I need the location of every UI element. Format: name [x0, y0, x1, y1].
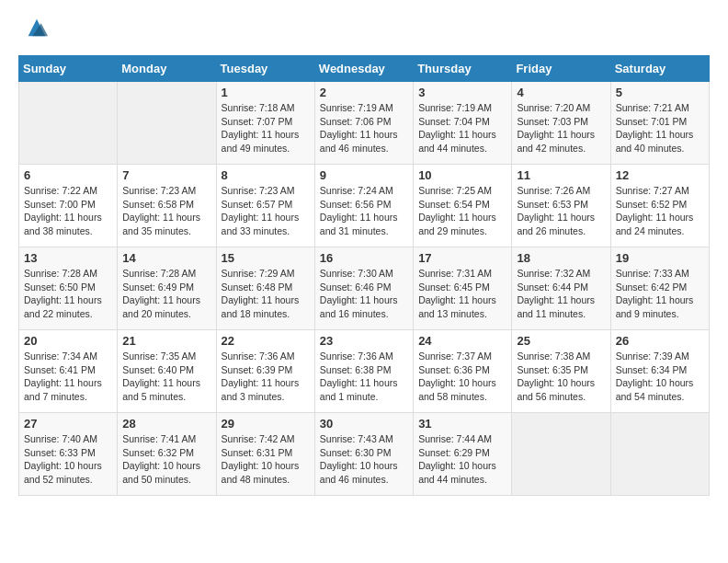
day-info: Sunrise: 7:19 AM Sunset: 7:06 PM Dayligh…: [320, 101, 408, 155]
day-number: 27: [24, 417, 112, 431]
header-cell-tuesday: Tuesday: [216, 56, 314, 82]
day-number: 11: [517, 168, 605, 182]
day-info: Sunrise: 7:44 AM Sunset: 6:29 PM Dayligh…: [418, 432, 506, 487]
day-number: 6: [24, 168, 112, 182]
day-number: 2: [320, 86, 408, 99]
day-number: 19: [616, 251, 704, 265]
day-number: 3: [418, 86, 506, 99]
day-number: 26: [616, 334, 704, 348]
day-number: 13: [24, 251, 112, 265]
logo: [18, 18, 50, 40]
day-info: Sunrise: 7:29 AM Sunset: 6:48 PM Dayligh…: [222, 267, 310, 321]
day-cell: [19, 82, 118, 165]
day-cell: 19Sunrise: 7:33 AM Sunset: 6:42 PM Dayli…: [610, 247, 709, 330]
day-info: Sunrise: 7:40 AM Sunset: 6:33 PM Dayligh…: [24, 432, 112, 487]
day-cell: 24Sunrise: 7:37 AM Sunset: 6:36 PM Dayli…: [414, 330, 512, 413]
day-cell: 7Sunrise: 7:23 AM Sunset: 6:58 PM Daylig…: [118, 165, 216, 247]
header-cell-monday: Monday: [118, 56, 216, 82]
day-number: 20: [24, 334, 112, 348]
day-info: Sunrise: 7:22 AM Sunset: 7:00 PM Dayligh…: [24, 184, 112, 238]
week-row-3: 13Sunrise: 7:28 AM Sunset: 6:50 PM Dayli…: [19, 247, 710, 330]
day-cell: 13Sunrise: 7:28 AM Sunset: 6:50 PM Dayli…: [19, 247, 118, 330]
day-cell: [512, 413, 610, 496]
day-cell: 28Sunrise: 7:41 AM Sunset: 6:32 PM Dayli…: [118, 413, 216, 496]
day-cell: 22Sunrise: 7:36 AM Sunset: 6:39 PM Dayli…: [216, 330, 314, 413]
day-info: Sunrise: 7:39 AM Sunset: 6:34 PM Dayligh…: [616, 350, 704, 404]
day-cell: 4Sunrise: 7:20 AM Sunset: 7:03 PM Daylig…: [512, 82, 610, 165]
day-cell: 12Sunrise: 7:27 AM Sunset: 6:52 PM Dayli…: [610, 165, 709, 247]
header-row: SundayMondayTuesdayWednesdayThursdayFrid…: [19, 56, 710, 82]
day-number: 4: [517, 86, 605, 99]
day-info: Sunrise: 7:21 AM Sunset: 7:01 PM Dayligh…: [616, 101, 704, 155]
header-cell-saturday: Saturday: [610, 56, 709, 82]
day-cell: 16Sunrise: 7:30 AM Sunset: 6:46 PM Dayli…: [314, 247, 413, 330]
day-cell: [118, 82, 216, 165]
day-number: 14: [122, 251, 210, 265]
header-cell-wednesday: Wednesday: [314, 56, 413, 82]
day-cell: 23Sunrise: 7:36 AM Sunset: 6:38 PM Dayli…: [314, 330, 413, 413]
day-number: 23: [320, 334, 408, 348]
day-cell: 15Sunrise: 7:29 AM Sunset: 6:48 PM Dayli…: [216, 247, 314, 330]
day-info: Sunrise: 7:42 AM Sunset: 6:31 PM Dayligh…: [222, 432, 310, 487]
day-info: Sunrise: 7:43 AM Sunset: 6:30 PM Dayligh…: [320, 432, 408, 487]
day-info: Sunrise: 7:28 AM Sunset: 6:49 PM Dayligh…: [122, 267, 210, 321]
day-number: 1: [222, 86, 310, 99]
day-info: Sunrise: 7:18 AM Sunset: 7:07 PM Dayligh…: [222, 101, 310, 155]
day-info: Sunrise: 7:20 AM Sunset: 7:03 PM Dayligh…: [517, 101, 605, 155]
day-cell: 21Sunrise: 7:35 AM Sunset: 6:40 PM Dayli…: [118, 330, 216, 413]
day-number: 8: [222, 168, 310, 182]
day-cell: 11Sunrise: 7:26 AM Sunset: 6:53 PM Dayli…: [512, 165, 610, 247]
day-cell: 26Sunrise: 7:39 AM Sunset: 6:34 PM Dayli…: [610, 330, 709, 413]
day-number: 5: [616, 86, 704, 99]
day-info: Sunrise: 7:36 AM Sunset: 6:39 PM Dayligh…: [222, 350, 310, 404]
week-row-4: 20Sunrise: 7:34 AM Sunset: 6:41 PM Dayli…: [19, 330, 710, 413]
day-number: 21: [122, 334, 210, 348]
day-number: 18: [517, 251, 605, 265]
day-number: 29: [222, 417, 310, 431]
day-cell: 6Sunrise: 7:22 AM Sunset: 7:00 PM Daylig…: [19, 165, 118, 247]
day-info: Sunrise: 7:36 AM Sunset: 6:38 PM Dayligh…: [320, 350, 408, 404]
day-cell: [610, 413, 709, 496]
day-cell: 29Sunrise: 7:42 AM Sunset: 6:31 PM Dayli…: [216, 413, 314, 496]
day-info: Sunrise: 7:28 AM Sunset: 6:50 PM Dayligh…: [24, 267, 112, 321]
day-number: 22: [222, 334, 310, 348]
header-cell-thursday: Thursday: [414, 56, 512, 82]
day-info: Sunrise: 7:23 AM Sunset: 6:57 PM Dayligh…: [222, 184, 310, 238]
day-number: 10: [418, 168, 506, 182]
day-cell: 8Sunrise: 7:23 AM Sunset: 6:57 PM Daylig…: [216, 165, 314, 247]
day-cell: 5Sunrise: 7:21 AM Sunset: 7:01 PM Daylig…: [610, 82, 709, 165]
day-info: Sunrise: 7:19 AM Sunset: 7:04 PM Dayligh…: [418, 101, 506, 155]
day-number: 15: [222, 251, 310, 265]
day-info: Sunrise: 7:26 AM Sunset: 6:53 PM Dayligh…: [517, 184, 605, 238]
logo-icon: [24, 15, 50, 40]
day-info: Sunrise: 7:41 AM Sunset: 6:32 PM Dayligh…: [122, 432, 210, 487]
header-cell-sunday: Sunday: [19, 56, 118, 82]
day-cell: 30Sunrise: 7:43 AM Sunset: 6:30 PM Dayli…: [314, 413, 413, 496]
week-row-5: 27Sunrise: 7:40 AM Sunset: 6:33 PM Dayli…: [19, 413, 710, 496]
week-row-2: 6Sunrise: 7:22 AM Sunset: 7:00 PM Daylig…: [19, 165, 710, 247]
day-cell: 1Sunrise: 7:18 AM Sunset: 7:07 PM Daylig…: [216, 82, 314, 165]
day-info: Sunrise: 7:23 AM Sunset: 6:58 PM Dayligh…: [122, 184, 210, 238]
day-info: Sunrise: 7:24 AM Sunset: 6:56 PM Dayligh…: [320, 184, 408, 238]
day-number: 12: [616, 168, 704, 182]
day-info: Sunrise: 7:31 AM Sunset: 6:45 PM Dayligh…: [418, 267, 506, 321]
day-cell: 31Sunrise: 7:44 AM Sunset: 6:29 PM Dayli…: [414, 413, 512, 496]
day-cell: 14Sunrise: 7:28 AM Sunset: 6:49 PM Dayli…: [118, 247, 216, 330]
day-cell: 9Sunrise: 7:24 AM Sunset: 6:56 PM Daylig…: [314, 165, 413, 247]
day-cell: 2Sunrise: 7:19 AM Sunset: 7:06 PM Daylig…: [314, 82, 413, 165]
day-cell: 10Sunrise: 7:25 AM Sunset: 6:54 PM Dayli…: [414, 165, 512, 247]
day-info: Sunrise: 7:32 AM Sunset: 6:44 PM Dayligh…: [517, 267, 605, 321]
day-info: Sunrise: 7:38 AM Sunset: 6:35 PM Dayligh…: [517, 350, 605, 404]
page-header: [18, 18, 710, 40]
day-number: 17: [418, 251, 506, 265]
day-info: Sunrise: 7:35 AM Sunset: 6:40 PM Dayligh…: [122, 350, 210, 404]
day-number: 28: [122, 417, 210, 431]
day-info: Sunrise: 7:34 AM Sunset: 6:41 PM Dayligh…: [24, 350, 112, 404]
day-info: Sunrise: 7:33 AM Sunset: 6:42 PM Dayligh…: [616, 267, 704, 321]
day-cell: 18Sunrise: 7:32 AM Sunset: 6:44 PM Dayli…: [512, 247, 610, 330]
day-cell: 20Sunrise: 7:34 AM Sunset: 6:41 PM Dayli…: [19, 330, 118, 413]
day-number: 30: [320, 417, 408, 431]
day-info: Sunrise: 7:37 AM Sunset: 6:36 PM Dayligh…: [418, 350, 506, 404]
day-number: 25: [517, 334, 605, 348]
header-cell-friday: Friday: [512, 56, 610, 82]
